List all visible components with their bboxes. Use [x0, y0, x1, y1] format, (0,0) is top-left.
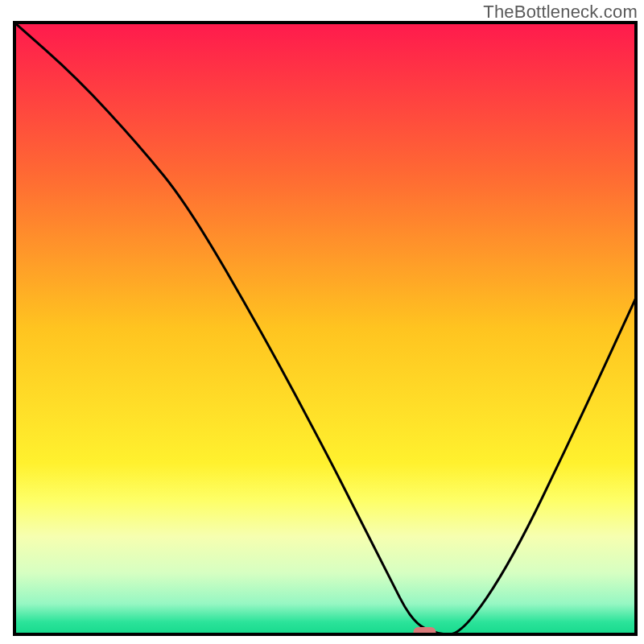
bottleneck-chart — [0, 0, 644, 644]
watermark-text: TheBottleneck.com — [483, 2, 638, 23]
gradient-background — [14, 23, 636, 634]
chart-container: TheBottleneck.com — [0, 0, 644, 644]
